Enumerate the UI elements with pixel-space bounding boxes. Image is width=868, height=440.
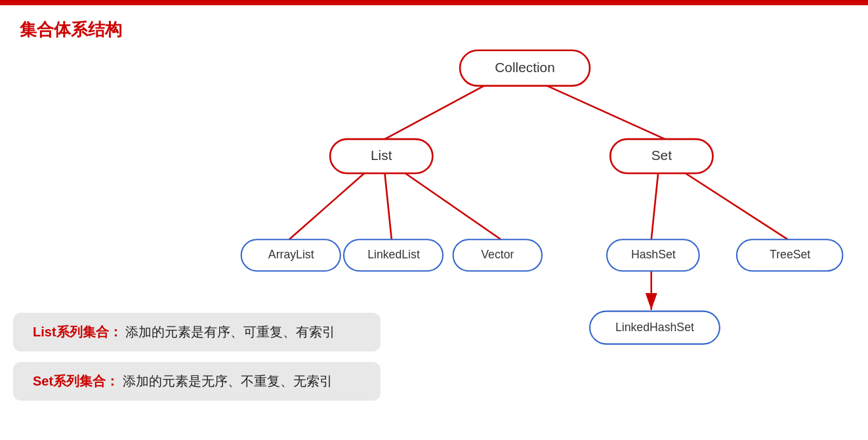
- svg-line-4: [405, 173, 501, 239]
- list-info-text: 添加的元素是有序、可重复、有索引: [125, 325, 335, 339]
- node-hashset: HashSet: [631, 248, 676, 261]
- svg-line-5: [651, 173, 658, 239]
- svg-line-0: [384, 81, 494, 140]
- node-vector: Vector: [481, 248, 514, 261]
- node-linkedlist: LinkedList: [367, 248, 420, 261]
- node-arraylist: ArrayList: [268, 248, 314, 261]
- info-boxes: List系列集合： 添加的元素是有序、可重复、有索引 Set系列集合： 添加的元…: [13, 313, 381, 401]
- node-treeset: TreeSet: [770, 248, 810, 261]
- svg-line-6: [686, 173, 788, 239]
- list-info-box: List系列集合： 添加的元素是有序、可重复、有索引: [13, 313, 381, 351]
- node-list: List: [371, 148, 392, 163]
- set-info-text: 添加的元素是无序、不重复、无索引: [123, 374, 333, 388]
- top-bar: [0, 0, 868, 5]
- node-set: Set: [651, 148, 672, 163]
- node-collection: Collection: [495, 60, 554, 75]
- node-linkedhashset: LinkedHashSet: [615, 321, 694, 334]
- set-info-label: Set系列集合：: [33, 374, 119, 388]
- svg-line-1: [535, 81, 665, 140]
- set-info-box: Set系列集合： 添加的元素是无序、不重复、无索引: [13, 362, 381, 401]
- main-content: 集合体系结构: [0, 5, 868, 440]
- list-info-label: List系列集合：: [33, 325, 122, 339]
- svg-line-2: [289, 173, 365, 239]
- svg-line-3: [384, 173, 391, 239]
